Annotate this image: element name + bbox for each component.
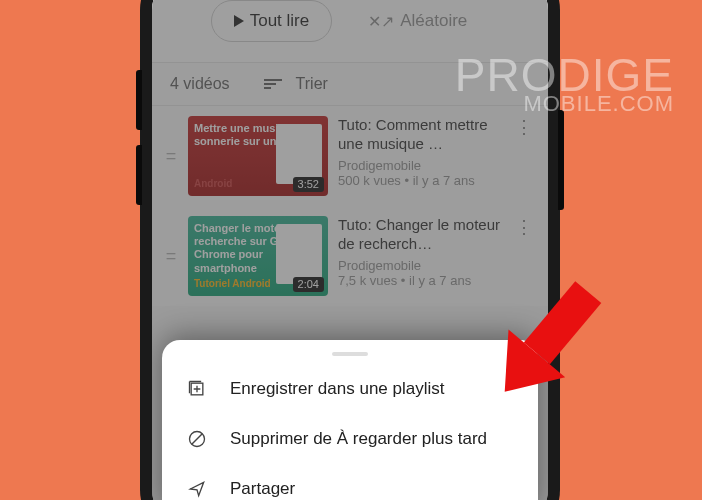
sort-button[interactable]: Trier — [296, 75, 328, 93]
phone-volume-down — [136, 145, 142, 205]
drag-handle-icon[interactable]: = — [164, 146, 178, 167]
video-title: Tuto: Comment mettre une musique … — [338, 116, 501, 154]
video-duration: 3:52 — [293, 177, 324, 192]
video-stats: 500 k vues • il y a 7 ans — [338, 173, 501, 188]
sheet-grab-handle[interactable] — [332, 352, 368, 356]
shuffle-icon: ✕↗ — [368, 12, 394, 31]
video-channel: Prodigemobile — [338, 158, 501, 173]
svg-line-6 — [192, 434, 202, 444]
share-icon — [186, 478, 208, 500]
save-label: Enregistrer dans une playlist — [230, 379, 445, 399]
thumb-device — [276, 224, 322, 284]
remove-icon — [186, 428, 208, 450]
annotation-arrow — [452, 250, 632, 430]
share-label: Partager — [230, 479, 295, 499]
thumb-tag: Tutoriel Android — [194, 278, 271, 290]
video-thumbnail[interactable]: Mettre une musique en sonnerie sur un mo… — [188, 116, 328, 196]
video-meta: Tuto: Comment mettre une musique … Prodi… — [338, 116, 501, 188]
play-all-button[interactable]: Tout lire — [211, 0, 333, 42]
shuffle-button[interactable]: ✕↗ Aléatoire — [346, 0, 489, 42]
watermark-line1: PRODIGE — [455, 56, 674, 95]
phone-power — [558, 110, 564, 210]
sort-icon — [264, 77, 282, 91]
shuffle-label: Aléatoire — [400, 11, 467, 31]
phone-volume-up — [136, 70, 142, 130]
play-all-label: Tout lire — [250, 11, 310, 31]
play-icon — [234, 15, 244, 27]
playlist-add-icon — [186, 378, 208, 400]
share-item[interactable]: Partager — [166, 464, 534, 500]
video-count: 4 vidéos — [170, 75, 230, 93]
watermark: PRODIGE MOBILE.COM — [455, 56, 674, 114]
thumb-tag: Android — [194, 178, 232, 190]
video-row[interactable]: = Mettre une musique en sonnerie sur un … — [152, 106, 548, 206]
svg-rect-7 — [524, 281, 601, 364]
thumb-device — [276, 124, 322, 184]
remove-label: Supprimer de À regarder plus tard — [230, 429, 487, 449]
more-menu-button[interactable]: ⋮ — [511, 116, 536, 138]
more-menu-button[interactable]: ⋮ — [511, 216, 536, 238]
video-title: Tuto: Changer le moteur de recherch… — [338, 216, 501, 254]
video-thumbnail[interactable]: Changer le moteur de recherche sur Googl… — [188, 216, 328, 296]
video-duration: 2:04 — [293, 277, 324, 292]
drag-handle-icon[interactable]: = — [164, 246, 178, 267]
